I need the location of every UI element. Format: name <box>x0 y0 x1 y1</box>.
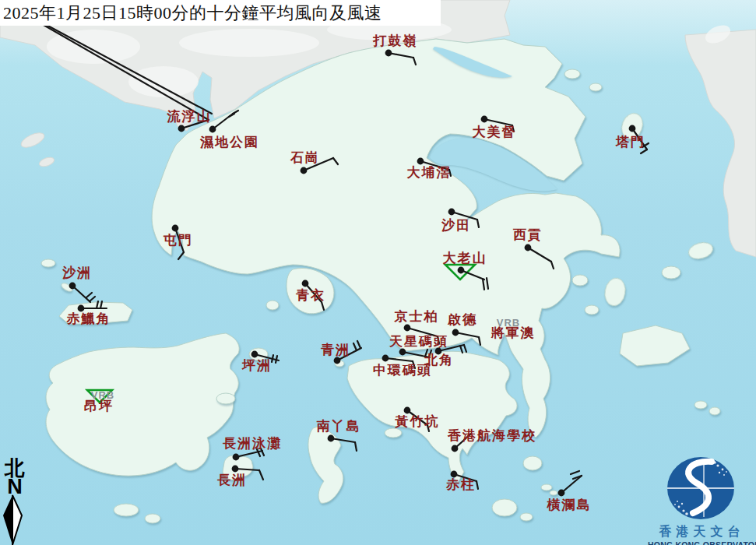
station-dot <box>209 126 216 133</box>
hko-logo: 香港天文台 HONG KONG OBSERVATORY <box>648 454 756 545</box>
hko-logo-english: HONG KONG OBSERVATORY <box>648 540 756 545</box>
station-dot <box>385 50 392 57</box>
station-dot <box>448 209 455 216</box>
station-dot <box>629 125 636 132</box>
station-label: 長洲泳灘 <box>223 436 282 451</box>
station-label: 屯門 <box>163 233 193 248</box>
station-dot <box>233 454 240 461</box>
station-label: 啟德 <box>447 312 477 327</box>
station-dot <box>417 158 424 165</box>
station-dot <box>301 167 308 174</box>
station-label: 天星碼頭 <box>389 334 448 349</box>
station-dot <box>399 349 406 356</box>
station-dot <box>69 283 76 290</box>
station-label: 坪洲 <box>241 358 272 373</box>
map-title: 2025年1月25日15時00分的十分鐘平均風向及風速 <box>0 2 382 25</box>
ap-lei-chau-island <box>385 428 402 438</box>
tung-lung-island <box>523 456 542 470</box>
station-dot <box>251 351 258 358</box>
port-shelter-islet <box>572 275 588 286</box>
station-dot <box>404 407 411 414</box>
station-dot <box>382 355 389 362</box>
station-label: 大老山 <box>443 251 487 265</box>
station-dot <box>328 435 335 442</box>
hei-ling-chau-island <box>216 393 235 404</box>
station-label: 沙田 <box>441 218 471 233</box>
station-dot <box>558 490 565 497</box>
station-label: 流浮山 <box>167 109 212 124</box>
basalt-island <box>662 266 680 279</box>
station-dot <box>481 116 488 123</box>
station-dot <box>458 267 465 274</box>
po-toi-island <box>492 499 517 516</box>
station-label: 將軍澳 <box>491 325 536 340</box>
station-label: 西貢 <box>512 227 543 242</box>
waglan-islets-2 <box>550 490 557 495</box>
ninepin-islands <box>694 401 707 409</box>
station-label: 青洲 <box>321 343 350 357</box>
station-dot <box>452 445 459 452</box>
station-label: 橫瀾島 <box>547 498 592 512</box>
station-dot <box>302 280 309 287</box>
station-label: 沙洲 <box>62 265 92 280</box>
station-dot <box>172 225 179 232</box>
station-label: 打鼓嶺 <box>373 33 418 48</box>
po-toi-islet <box>520 513 533 521</box>
station-label: 京士柏 <box>394 309 439 324</box>
station-label: 黃竹坑 <box>395 413 440 429</box>
port-shelter-islet-2 <box>585 305 599 315</box>
station-label: 大埔滘 <box>407 165 452 180</box>
station-label: 中環碼頭 <box>373 363 432 378</box>
hko-logo-chinese: 香港天文台 <box>648 524 756 540</box>
station-label: 濕地公園 <box>199 135 259 149</box>
station-dot <box>452 329 459 336</box>
title-bar: 2025年1月25日15時00分的十分鐘平均風向及風速 <box>0 0 441 26</box>
wind-map-screen: 打鼓嶺流浮山濕地公園石崗大美督塔門大埔滘沙田西貢大老山屯門沙洲赤鱲角青衣京士柏啟… <box>0 0 756 545</box>
soko-islands <box>114 504 139 516</box>
station-label: 青衣 <box>296 288 325 303</box>
soko-islands-2 <box>145 514 160 523</box>
station-dot <box>525 244 532 251</box>
station-label: 赤鱲角 <box>66 311 111 326</box>
ma-wan-island <box>266 301 279 310</box>
compass: 北 N <box>2 459 28 495</box>
kat-o-islands <box>564 69 580 79</box>
kat-o-islands-2 <box>589 83 602 91</box>
station-label: 長洲 <box>217 473 247 487</box>
station-label: 赤柱 <box>445 477 476 492</box>
station-dot <box>232 466 239 473</box>
waglan-islets <box>541 484 552 490</box>
station-dot <box>334 357 341 364</box>
ninepin-islands-2 <box>709 407 720 415</box>
lung-kwu-chau-islet <box>41 259 55 267</box>
station-label: 塔門 <box>615 135 645 149</box>
station-label: 大美督 <box>473 124 517 139</box>
hong-kong-map: 打鼓嶺流浮山濕地公園石崗大美督塔門大埔滘沙田西貢大老山屯門沙洲赤鱲角青衣京士柏啟… <box>0 0 756 545</box>
station-label: 香港航海學校 <box>447 428 536 443</box>
station-label: 石崗 <box>290 150 320 165</box>
station-dot <box>404 325 411 332</box>
station-label: 南丫島 <box>317 419 361 434</box>
station-dot <box>178 125 185 132</box>
compass-north-letter: N <box>2 478 28 495</box>
station-label: 昂坪 <box>84 399 114 413</box>
